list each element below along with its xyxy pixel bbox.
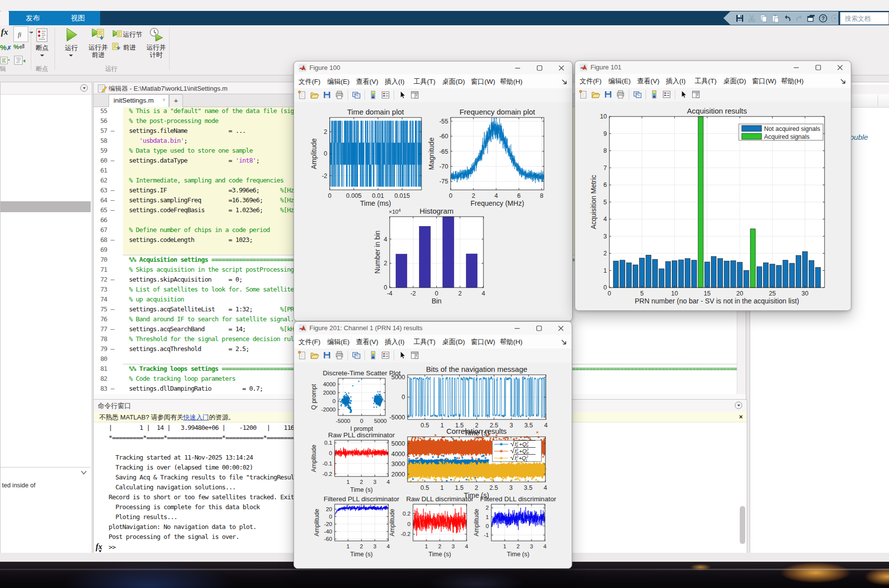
new-figure-icon[interactable] [578, 89, 589, 100]
insert-colorbar-icon[interactable] [368, 90, 379, 101]
property-inspector-icon[interactable] [410, 350, 420, 361]
close-button[interactable] [550, 322, 572, 335]
menu-window[interactable]: 窗口(W) [471, 77, 495, 86]
ribbon-tab-view[interactable]: 视图 [57, 11, 99, 25]
menu-view[interactable]: 查看(V) [356, 77, 378, 86]
run-dropdown-icon[interactable] [69, 55, 73, 57]
dock-figure-icon[interactable] [840, 77, 846, 86]
run-section-icon[interactable] [112, 29, 122, 38]
link-plot-icon[interactable] [351, 350, 362, 361]
breakpoints-button[interactable]: 断点 [33, 44, 52, 53]
edit-plot-icon[interactable] [397, 350, 408, 361]
menu-window[interactable]: 窗口(W) [471, 338, 495, 347]
details-splitter[interactable] [0, 467, 91, 468]
insert-legend-icon[interactable] [380, 90, 391, 101]
minimize-button[interactable] [506, 322, 528, 335]
menu-file[interactable]: 文件(F) [298, 338, 320, 347]
edit-plot-icon[interactable] [397, 90, 408, 101]
save-figure-icon[interactable] [603, 89, 614, 100]
menu-insert[interactable]: 插入(I) [666, 77, 686, 86]
dock-figure-icon[interactable] [561, 78, 567, 87]
command-prompt[interactable]: >> [109, 542, 116, 552]
wrap-comments-icon[interactable]: %⏎ [13, 43, 26, 55]
run-advance-button[interactable]: 运行并前进 [83, 44, 113, 59]
ribbon-tab-publish[interactable]: 发布 [11, 11, 54, 25]
edit-plot-icon[interactable] [678, 89, 689, 100]
new-figure-icon[interactable] [297, 90, 308, 101]
open-file-icon[interactable] [309, 90, 320, 101]
command-window-scrollbar[interactable] [740, 506, 745, 544]
maximize-button[interactable] [528, 322, 550, 335]
fi-dropdown-icon[interactable] [29, 32, 33, 34]
menu-insert[interactable]: 插入(I) [385, 77, 405, 86]
minimize-button[interactable] [507, 61, 529, 74]
menu-file[interactable]: 文件(F) [298, 77, 320, 86]
menu-file[interactable]: 文件(F) [580, 77, 601, 86]
link-plot-icon[interactable] [632, 89, 643, 100]
run-icon[interactable] [64, 27, 79, 42]
open-file-icon[interactable] [309, 350, 320, 361]
breakpoints-dropdown-icon[interactable] [40, 55, 44, 57]
insert-legend-icon[interactable] [380, 350, 391, 361]
menu-edit[interactable]: 编辑(E) [327, 338, 350, 347]
menu-view[interactable]: 查看(V) [637, 77, 659, 86]
menu-desktop[interactable]: 桌面(D) [442, 77, 465, 86]
property-inspector-icon[interactable] [410, 90, 420, 101]
print-figure-icon[interactable] [334, 90, 345, 101]
menu-window[interactable]: 窗口(W) [752, 77, 776, 86]
dock-figure-icon[interactable] [561, 338, 567, 347]
advance-icon[interactable] [112, 42, 122, 51]
new-figure-icon[interactable] [297, 350, 308, 361]
breakpoints-icon[interactable] [35, 28, 49, 42]
redo-icon[interactable] [794, 13, 805, 23]
undo-icon[interactable] [782, 13, 793, 23]
menu-insert[interactable]: 插入(I) [385, 338, 405, 347]
menu-help[interactable]: 帮助(H) [500, 77, 523, 86]
menu-help[interactable]: 帮助(H) [781, 77, 804, 86]
help-icon[interactable]: ? [818, 13, 829, 23]
banner-close-icon[interactable]: × [739, 413, 743, 420]
close-button[interactable] [550, 61, 572, 74]
ribbon-tab-active[interactable] [0, 11, 9, 25]
menu-tools[interactable]: 工具(T) [414, 338, 435, 347]
close-button[interactable] [829, 61, 851, 74]
insert-colorbar-icon[interactable] [649, 89, 660, 100]
cut-icon[interactable] [746, 13, 757, 23]
maximize-button[interactable] [529, 61, 550, 74]
advance-button[interactable]: 前进 [123, 43, 141, 52]
new-tab-button[interactable]: + [169, 94, 183, 107]
menu-desktop[interactable]: 桌面(D) [723, 77, 746, 86]
menu-edit[interactable]: 编辑(E) [327, 77, 350, 86]
menu-tools[interactable]: 工具(T) [695, 77, 716, 86]
editor-tab-initsettings[interactable]: initSettings.m × [109, 94, 169, 107]
figure-title-bar[interactable]: Figure 101 [575, 61, 851, 74]
menu-edit[interactable]: 编辑(E) [608, 77, 631, 86]
command-window-actions-icon[interactable] [735, 402, 742, 409]
fx-icon[interactable]: fx [1, 27, 12, 39]
save-figure-icon[interactable] [322, 90, 333, 101]
menu-desktop[interactable]: 桌面(D) [442, 338, 465, 347]
layout-icon[interactable] [806, 13, 817, 23]
insert-legend-icon[interactable] [661, 89, 672, 100]
fi-icon[interactable]: fi [13, 26, 28, 42]
link-plot-icon[interactable] [351, 90, 362, 101]
insert-colorbar-icon[interactable] [368, 350, 379, 361]
menu-view[interactable]: 查看(V) [356, 338, 378, 347]
paste-icon[interactable] [770, 13, 781, 23]
smart-indent-icon[interactable] [13, 55, 26, 67]
save-figure-icon[interactable] [322, 350, 333, 361]
run-section-button[interactable]: 运行节 [123, 30, 145, 39]
search-documentation-box[interactable]: 搜索文档 [840, 12, 889, 25]
save-icon[interactable] [734, 13, 745, 23]
run-time-button[interactable]: 运行并计时 [141, 44, 171, 59]
run-advance-icon[interactable] [91, 27, 106, 42]
figure-title-bar[interactable]: Figure 201: Channel 1 (PRN 14) results [294, 322, 572, 335]
run-time-icon[interactable] [149, 27, 164, 42]
print-figure-icon[interactable] [615, 89, 626, 100]
minimize-button[interactable] [785, 61, 807, 74]
open-file-icon[interactable] [591, 89, 601, 100]
uncomment-icon[interactable]: %✗ [0, 43, 12, 55]
tab-close-icon[interactable]: × [163, 97, 166, 103]
maximize-button[interactable] [807, 61, 829, 74]
panel-actions-icon[interactable] [80, 84, 88, 92]
